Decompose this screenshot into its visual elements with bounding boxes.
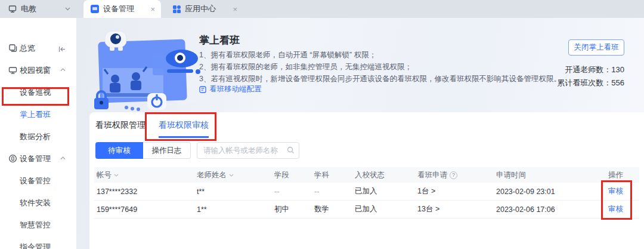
review-link[interactable]: 审核: [608, 186, 623, 196]
sidebar-item-label: 校园视窗: [20, 63, 51, 78]
sidebar-item-label: 软件安装: [20, 196, 51, 210]
cell-account: 137****2332: [94, 187, 194, 196]
help-icon[interactable]: ?: [450, 171, 457, 179]
sidebar-item-label: 设备巡视: [20, 85, 51, 100]
workspace-label: 电教: [21, 4, 65, 14]
table-row: 159****7649 1** 初中 数学 已加入 13台 > 2023-02-…: [94, 201, 639, 219]
col-teacher-name: 老师姓名: [197, 170, 227, 180]
col-actions: 操作: [608, 170, 623, 180]
mobile-config-link[interactable]: 看班移动端配置: [199, 84, 262, 94]
close-watch-class-button[interactable]: 关闭掌上看班: [568, 39, 624, 56]
sidebar-item-smart-control[interactable]: 智慧管控: [0, 218, 76, 232]
sidebar-item-overview[interactable]: 总览: [0, 41, 76, 56]
cell-request[interactable]: 13台 >: [415, 204, 494, 214]
col-join-status: 入校状态: [355, 170, 385, 180]
sidebar-item-label: 智慧管控: [20, 218, 51, 232]
workspace-switcher[interactable]: 电教: [0, 0, 76, 18]
sidebar-item-device-patrol[interactable]: 设备巡视: [0, 85, 76, 100]
sidebar-item-watch-class[interactable]: 掌上看班: [0, 107, 76, 122]
cell-teacher: 1**: [194, 205, 272, 214]
config-icon: [199, 86, 206, 93]
sidebar-group-device-management[interactable]: 设备管理: [0, 152, 76, 166]
review-link[interactable]: 审核: [608, 204, 623, 214]
sort-icon[interactable]: [229, 174, 234, 177]
sort-icon[interactable]: [114, 174, 119, 177]
banner-line-2: 2、拥有看班权限的老师，如非集控管理员，无集控端巡视权限；: [199, 61, 561, 73]
sidebar-item-command-management[interactable]: 指令管理: [0, 240, 76, 249]
chevron-up-icon: [60, 68, 66, 72]
banner-stats: 开通老师数：130 累计看班次数：556: [557, 63, 624, 90]
cell-stage: 初中: [272, 204, 312, 214]
sidebar-item-label: 掌上看班: [20, 107, 51, 122]
search-box: [197, 142, 299, 159]
permission-tabs: 看班权限管理 看班权限审核: [89, 112, 644, 138]
sidebar-item-software-install[interactable]: 软件安装: [0, 196, 76, 210]
filter-controls: 待审核 操作日志: [95, 142, 299, 159]
tab-label: 应用中心: [185, 4, 216, 14]
banner-line-3: 3、若有巡视权限时，新增设备管理权限会同步开通该设备的看班权限，修改看班权限不影…: [199, 73, 561, 85]
cell-subject: 数学: [312, 204, 352, 214]
col-watch-request: 看班申请: [417, 170, 447, 180]
watch-class-illustration: [88, 24, 202, 111]
sidebar-item-label: 数据分析: [20, 130, 51, 144]
sidebar-item-data-analysis[interactable]: 数据分析: [0, 130, 76, 144]
monitor-icon: [8, 5, 17, 13]
table-header-row: 帐号 老师姓名 学段 学科 入校状态 看班申请 ? 申请时间 操作: [94, 167, 639, 183]
sidebar-item-label: 设备管理: [20, 152, 51, 166]
tab-device-management[interactable]: 设备管理 ×: [83, 0, 161, 18]
tab-watch-permission-management[interactable]: 看班权限管理: [95, 120, 145, 138]
collapse-sidebar-icon[interactable]: [58, 46, 66, 53]
search-icon: [287, 146, 295, 154]
tab-label: 设备管理: [103, 4, 134, 14]
app-root: 电教 设备管理 × 应用中心 ×: [0, 0, 644, 249]
sidebar-item-device-control[interactable]: 设备管控: [0, 174, 76, 188]
overview-icon: [8, 44, 17, 53]
banner-line-1: 1、拥有看班权限老师，自动开通 “屏幕锁解锁” 权限；: [199, 49, 561, 61]
cell-subject: --: [312, 187, 352, 196]
sidebar-group-campus-view[interactable]: 校园视窗: [0, 63, 76, 78]
sidebar-item-label: 指令管理: [20, 240, 51, 249]
campus-view-icon: [8, 66, 17, 75]
tab-watch-permission-review[interactable]: 看班权限审核: [159, 120, 209, 138]
watch-times-stat: 累计看班次数：556: [557, 76, 624, 90]
cell-stage: --: [272, 187, 312, 196]
banner-description: 1、拥有看班权限老师，自动开通 “屏幕锁解锁” 权限； 2、拥有看班权限的老师，…: [199, 49, 561, 85]
device-app-icon: [91, 5, 99, 13]
cell-request[interactable]: 1台 >: [415, 186, 494, 196]
search-input[interactable]: [197, 142, 299, 159]
table-row: 137****2332 t** -- -- 已加入 1台 > 2023-02-0…: [94, 183, 639, 201]
close-icon[interactable]: ×: [150, 5, 155, 13]
cell-status: 已加入: [352, 204, 415, 214]
topbar: 电教 设备管理 × 应用中心 ×: [0, 0, 644, 18]
col-stage: 学段: [274, 170, 289, 180]
content-panel: 看班权限管理 看班权限审核 待审核 操作日志 帐号 老师姓名 学段 学科: [89, 112, 644, 249]
device-management-icon: [8, 154, 17, 163]
cell-teacher: t**: [194, 187, 272, 196]
tab-app-center[interactable]: 应用中心 ×: [166, 0, 243, 18]
cell-time: 2023-02-06 17:06: [494, 205, 606, 214]
app-grid-icon: [173, 5, 181, 13]
review-table: 帐号 老师姓名 学段 学科 入校状态 看班申请 ? 申请时间 操作 137***…: [94, 167, 639, 219]
col-account: 帐号: [97, 170, 112, 180]
page-title: 掌上看班: [199, 33, 240, 47]
cell-status: 已加入: [352, 186, 415, 196]
mobile-config-label: 看班移动端配置: [209, 84, 262, 94]
operation-log-button[interactable]: 操作日志: [143, 142, 191, 159]
close-icon[interactable]: ×: [233, 5, 237, 13]
cell-time: 2023-02-09 23:01: [494, 187, 606, 196]
chevron-up-icon: [60, 156, 66, 160]
teacher-count-stat: 开通老师数：130: [557, 63, 624, 76]
pending-review-button[interactable]: 待审核: [95, 142, 143, 159]
sidebar-item-label: 总览: [20, 41, 35, 56]
col-subject: 学科: [314, 170, 329, 180]
col-apply-time: 申请时间: [496, 170, 526, 180]
chevron-down-icon: [65, 7, 70, 11]
cell-account: 159****7649: [94, 205, 194, 214]
sidebar-item-label: 设备管控: [20, 174, 51, 188]
sidebar: 总览 校园视窗 设备巡视 掌上看班 数据分析: [0, 18, 76, 249]
